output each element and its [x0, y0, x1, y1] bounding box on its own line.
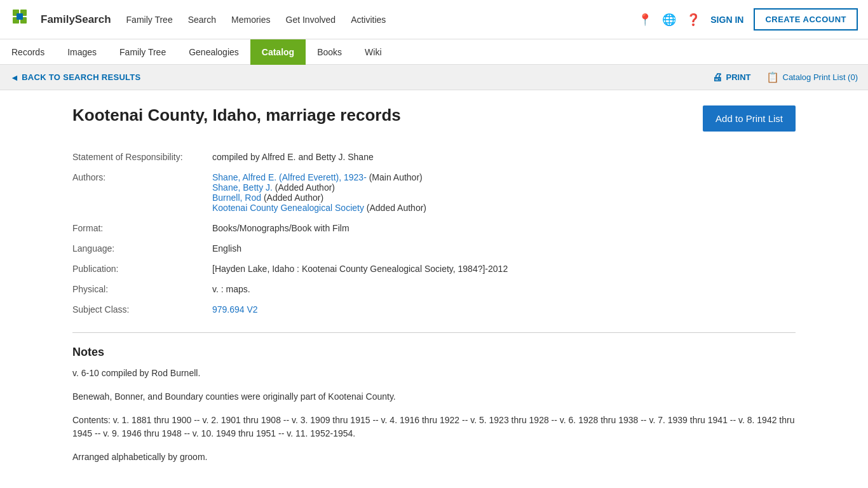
field-authors: Authors: Shane, Alfred E. (Alfred Everet… [72, 167, 796, 218]
subnav-catalog[interactable]: Catalog [250, 39, 306, 65]
note-3: Contents: v. 1. 1881 thru 1900 -- v. 2. … [72, 414, 796, 440]
back-bar: ◄ BACK TO SEARCH RESULTS 🖨 PRINT 📋 Catal… [0, 65, 868, 90]
main-content: Kootenai County, Idaho, marriage records… [62, 90, 806, 488]
location-icon[interactable]: 📍 [638, 13, 652, 27]
notes-section: Notes v. 6-10 compiled by Rod Burnell. B… [72, 346, 796, 464]
field-value-physical: v. : maps. [212, 279, 796, 299]
subnav-genealogies[interactable]: Genealogies [177, 39, 250, 65]
field-label-statement: Statement of Responsibility: [72, 147, 212, 167]
record-title: Kootenai County, Idaho, marriage records [72, 105, 401, 125]
subnav-images[interactable]: Images [56, 39, 108, 65]
print-label: PRINT [726, 72, 751, 82]
author-link-3[interactable]: Burnell, Rod [212, 193, 261, 203]
author-link-2[interactable]: Shane, Betty J. [212, 182, 273, 193]
subnav-books[interactable]: Books [306, 39, 353, 65]
svg-rect-4 [17, 13, 23, 20]
author-role-2: (Added Author) [275, 182, 335, 193]
author-1: Shane, Alfred E. (Alfred Everett), 1923-… [212, 172, 788, 182]
help-icon[interactable]: ❓ [686, 13, 700, 27]
field-value-authors: Shane, Alfred E. (Alfred Everett), 1923-… [212, 167, 796, 218]
author-link-4[interactable]: Kootenai County Genealogical Society [212, 203, 364, 213]
field-statement: Statement of Responsibility: compiled by… [72, 147, 796, 167]
add-to-print-button[interactable]: Add to Print List [703, 105, 796, 132]
field-physical: Physical: v. : maps. [72, 279, 796, 299]
note-4: Arranged alphabetically by groom. [72, 451, 796, 464]
catalog-print-list-link[interactable]: 📋 Catalog Print List (0) [766, 71, 858, 83]
nav-activities[interactable]: Activities [351, 15, 386, 25]
author-3: Burnell, Rod (Added Author) [212, 193, 788, 203]
back-chevron-icon: ◄ [10, 72, 19, 83]
notes-heading: Notes [72, 346, 796, 359]
field-value-publication: [Hayden Lake, Idaho : Kootenai County Ge… [212, 259, 796, 279]
note-1: v. 6-10 compiled by Rod Burnell. [72, 367, 796, 380]
field-value-language: English [212, 238, 796, 259]
field-label-subject-class: Subject Class: [72, 299, 212, 320]
catalog-print-list-label: Catalog Print List (0) [783, 72, 858, 82]
subject-class-link[interactable]: 979.694 V2 [212, 304, 258, 315]
back-label: BACK TO SEARCH RESULTS [22, 72, 140, 82]
field-label-language: Language: [72, 238, 212, 259]
field-publication: Publication: [Hayden Lake, Idaho : Koote… [72, 259, 796, 279]
field-label-authors: Authors: [72, 167, 212, 218]
field-language: Language: English [72, 238, 796, 259]
list-icon: 📋 [766, 71, 779, 83]
field-label-format: Format: [72, 218, 212, 238]
author-role-3: (Added Author) [264, 193, 323, 203]
subnav-records[interactable]: Records [0, 39, 56, 65]
divider [72, 332, 796, 333]
field-value-format: Books/Monographs/Book with Film [212, 218, 796, 238]
back-to-search-link[interactable]: ◄ BACK TO SEARCH RESULTS [10, 72, 141, 83]
field-format: Format: Books/Monographs/Book with Film [72, 218, 796, 238]
logo-text: FamilySearch [41, 13, 111, 26]
sign-in-link[interactable]: SIGN IN [710, 15, 743, 25]
sub-nav: Records Images Family Tree Genealogies C… [0, 39, 868, 65]
record-header: Kootenai County, Idaho, marriage records… [72, 105, 796, 132]
author-link-1[interactable]: Shane, Alfred E. (Alfred Everett), 1923- [212, 172, 367, 182]
main-nav: Family Tree Search Memories Get Involved… [126, 15, 639, 25]
nav-search[interactable]: Search [188, 15, 216, 25]
subnav-family-tree[interactable]: Family Tree [108, 39, 177, 65]
field-label-publication: Publication: [72, 259, 212, 279]
globe-icon[interactable]: 🌐 [662, 13, 676, 27]
printer-icon: 🖨 [712, 72, 722, 83]
familysearch-logo-icon [10, 7, 36, 32]
author-2: Shane, Betty J. (Added Author) [212, 182, 788, 193]
field-value-subject-class: 979.694 V2 [212, 299, 796, 320]
field-label-physical: Physical: [72, 279, 212, 299]
logo-area[interactable]: FamilySearch [10, 7, 111, 32]
author-role-1: (Main Author) [369, 172, 423, 182]
field-value-statement: compiled by Alfred E. and Betty J. Shane [212, 147, 796, 167]
nav-get-involved[interactable]: Get Involved [286, 15, 336, 25]
header-right: 📍 🌐 ❓ SIGN IN CREATE ACCOUNT [638, 8, 858, 30]
subnav-wiki[interactable]: Wiki [353, 39, 393, 65]
nav-memories[interactable]: Memories [231, 15, 270, 25]
field-subject-class: Subject Class: 979.694 V2 [72, 299, 796, 320]
create-account-button[interactable]: CREATE ACCOUNT [754, 8, 858, 30]
bar-right: 🖨 PRINT 📋 Catalog Print List (0) [712, 71, 858, 83]
note-2: Benewah, Bonner, and Boundary counties w… [72, 390, 796, 403]
metadata-table: Statement of Responsibility: compiled by… [72, 147, 796, 320]
author-role-4: (Added Author) [367, 203, 426, 213]
print-link[interactable]: 🖨 PRINT [712, 72, 751, 83]
nav-family-tree[interactable]: Family Tree [126, 15, 173, 25]
header: FamilySearch Family Tree Search Memories… [0, 0, 868, 39]
author-4: Kootenai County Genealogical Society (Ad… [212, 203, 788, 213]
